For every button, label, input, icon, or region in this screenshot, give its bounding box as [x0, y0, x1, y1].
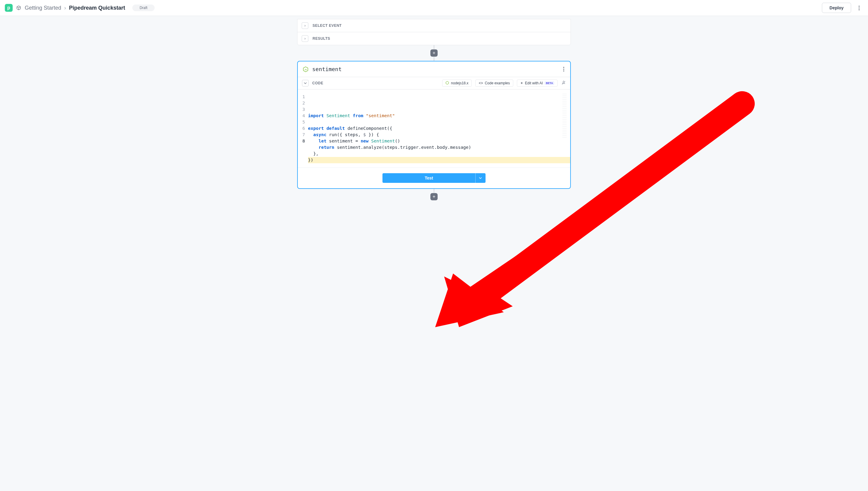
breadcrumb: Getting Started › Pipedream Quickstart [25, 5, 125, 11]
step-card: JS sentiment CODE nodejs18.x [297, 61, 571, 189]
code-section-label: CODE [312, 81, 324, 85]
code-examples-label: Code examples [485, 81, 510, 85]
edit-ai-label: Edit with AI [525, 81, 543, 85]
expand-icon[interactable]: › [302, 35, 308, 42]
expand-icon[interactable]: › [302, 22, 308, 29]
svg-line-1 [562, 81, 565, 84]
breadcrumb-root[interactable]: Getting Started [25, 5, 61, 11]
deploy-button[interactable]: Deploy [822, 3, 851, 13]
status-badge: Draft [132, 4, 155, 11]
results-row[interactable]: › RESULTS [298, 32, 570, 45]
edit-ai-chip[interactable]: ✦ Edit with AI BETA [517, 80, 558, 87]
collapse-icon[interactable] [302, 80, 309, 86]
step-menu-button[interactable] [562, 66, 565, 73]
test-button[interactable]: Test [383, 173, 475, 183]
runtime-chip[interactable]: nodejs18.x [442, 80, 472, 87]
code-toolbar: CODE nodejs18.x <> Code examples ✦ Edit … [298, 77, 570, 89]
beta-badge: BETA [544, 81, 554, 85]
runtime-label: nodejs18.x [451, 81, 468, 85]
code-body[interactable]: import Sentiment from "sentiment" export… [308, 89, 570, 168]
test-dropdown-button[interactable] [475, 173, 485, 183]
logo-letter: p [7, 5, 10, 10]
header-menu-button[interactable] [855, 4, 863, 12]
test-button-group: Test [383, 173, 485, 183]
cube-icon [16, 5, 21, 10]
test-zone: Test [298, 168, 570, 188]
sparkle-icon: ✦ [520, 81, 523, 85]
select-event-row[interactable]: › SELECT EVENT [298, 19, 570, 32]
logo[interactable]: p [5, 4, 13, 12]
step-header: JS sentiment [298, 61, 570, 77]
trigger-card: › SELECT EVENT › RESULTS [297, 19, 571, 45]
code-editor[interactable]: 12345678 import Sentiment from "sentimen… [298, 89, 570, 168]
results-label: RESULTS [312, 36, 330, 41]
add-step-button[interactable]: + [430, 49, 438, 57]
svg-text:JS: JS [304, 68, 307, 70]
workflow-canvas: › SELECT EVENT › RESULTS + JS sentiment [0, 16, 868, 200]
app-header: p Getting Started › Pipedream Quickstart… [0, 0, 868, 16]
step-name[interactable]: sentiment [312, 66, 342, 72]
breadcrumb-current: Pipedream Quickstart [69, 5, 125, 11]
nodejs-icon: JS [303, 66, 309, 72]
line-gutter: 12345678 [298, 89, 308, 168]
nodejs-icon [445, 81, 449, 85]
select-event-label: SELECT EVENT [312, 24, 342, 28]
pin-icon[interactable] [561, 80, 566, 86]
code-icon: <> [479, 81, 483, 85]
code-examples-chip[interactable]: <> Code examples [475, 80, 513, 87]
add-step-button[interactable]: + [430, 193, 438, 200]
chevron-right-icon: › [64, 5, 66, 11]
